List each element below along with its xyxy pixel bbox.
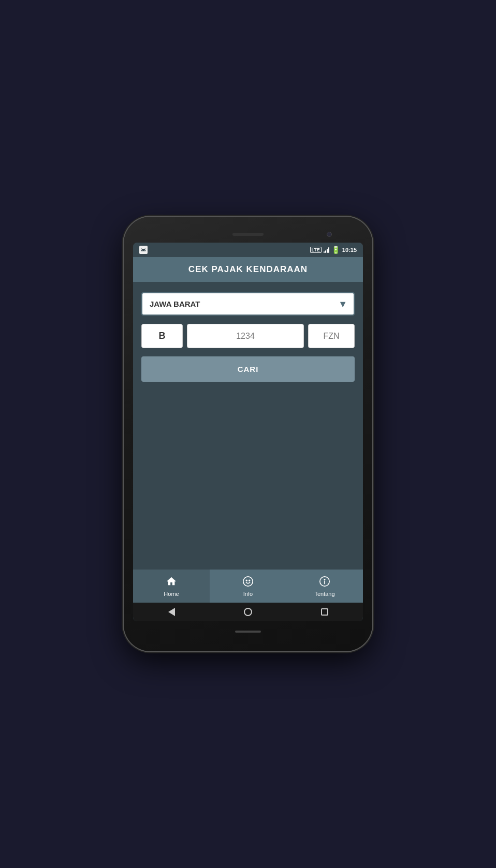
app-bar: CEK PAJAK KENDARAAN: [133, 257, 363, 282]
svg-point-0: [243, 576, 253, 586]
recents-icon: [321, 608, 328, 616]
nav-label-info: Info: [243, 591, 253, 597]
back-button[interactable]: [161, 605, 182, 619]
android-icon: [139, 246, 148, 254]
license-plate-row: [141, 324, 355, 348]
province-dropdown-container: JAWA BARAT JAWA TENGAH JAWA TIMUR DKI JA…: [141, 292, 355, 316]
home-button[interactable]: [238, 605, 258, 619]
battery-icon: 🔋: [331, 246, 340, 254]
app-title: CEK PAJAK KENDARAAN: [188, 264, 308, 274]
plate-prefix-input[interactable]: [141, 324, 183, 348]
svg-point-2: [249, 580, 250, 581]
phone-speaker: [232, 233, 264, 236]
recents-button[interactable]: [314, 605, 335, 619]
status-left: [139, 246, 148, 254]
nav-item-info[interactable]: Info: [210, 570, 286, 603]
phone-frame: LTE 🔋 10:15 CEK PAJAK KENDARAAN: [124, 217, 372, 651]
phone-screen: LTE 🔋 10:15 CEK PAJAK KENDARAAN: [133, 243, 363, 621]
nav-item-home[interactable]: Home: [133, 570, 210, 603]
plate-number-input[interactable]: [187, 324, 304, 348]
signal-icon: [324, 247, 329, 253]
plate-suffix-input[interactable]: [308, 324, 355, 348]
phone-camera: [327, 232, 332, 237]
status-bar: LTE 🔋 10:15: [133, 243, 363, 257]
system-nav: [133, 603, 363, 621]
info-icon: [242, 576, 254, 589]
lte-badge: LTE: [310, 247, 322, 253]
search-button[interactable]: CARI: [141, 356, 355, 382]
phone-top-bar: [133, 226, 363, 243]
home-icon: [166, 576, 177, 589]
status-time: 10:15: [342, 247, 357, 253]
province-dropdown[interactable]: JAWA BARAT JAWA TENGAH JAWA TIMUR DKI JA…: [141, 292, 355, 316]
nav-label-home: Home: [164, 591, 179, 597]
phone-bottom: [133, 621, 363, 642]
nav-item-tentang[interactable]: Tentang: [286, 570, 363, 603]
nav-label-tentang: Tentang: [314, 591, 334, 597]
back-icon: [168, 608, 175, 616]
tentang-icon: [319, 576, 330, 589]
home-indicator: [235, 631, 261, 633]
status-right: LTE 🔋 10:15: [310, 246, 357, 254]
home-sys-icon: [244, 608, 252, 616]
bottom-nav: Home Info: [133, 570, 363, 603]
svg-point-1: [246, 580, 247, 581]
main-content: JAWA BARAT JAWA TENGAH JAWA TIMUR DKI JA…: [133, 282, 363, 570]
